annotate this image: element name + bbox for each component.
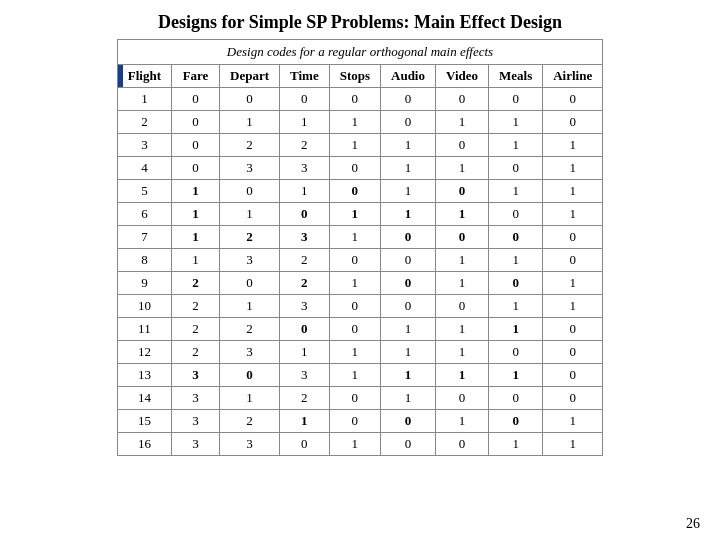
cell-value: 0	[435, 226, 488, 249]
cell-value: 1	[172, 249, 220, 272]
cell-value: 3	[220, 157, 280, 180]
cell-value: 0	[435, 88, 488, 111]
cell-value: 2	[220, 134, 280, 157]
cell-value: 0	[381, 295, 436, 318]
cell-value: 3	[172, 364, 220, 387]
cell-value: 0	[381, 88, 436, 111]
cell-value: 1	[435, 272, 488, 295]
cell-value: 0	[220, 364, 280, 387]
flight-number: 8	[117, 249, 171, 272]
column-header-video: Video	[435, 65, 488, 88]
cell-value: 0	[489, 226, 543, 249]
cell-value: 0	[381, 249, 436, 272]
cell-value: 1	[435, 410, 488, 433]
cell-value: 1	[381, 134, 436, 157]
cell-value: 3	[220, 433, 280, 456]
cell-value: 1	[329, 341, 380, 364]
table-row: 100000000	[117, 88, 602, 111]
cell-value: 0	[172, 111, 220, 134]
cell-value: 1	[172, 180, 220, 203]
column-header-depart: Depart	[220, 65, 280, 88]
cell-value: 1	[381, 157, 436, 180]
cell-value: 1	[435, 341, 488, 364]
cell-value: 0	[381, 111, 436, 134]
cell-value: 1	[381, 318, 436, 341]
table-row: 611011101	[117, 203, 602, 226]
cell-value: 0	[329, 410, 380, 433]
cell-value: 2	[172, 272, 220, 295]
cell-value: 0	[329, 318, 380, 341]
column-header-stops: Stops	[329, 65, 380, 88]
cell-value: 1	[543, 203, 603, 226]
cell-value: 1	[172, 226, 220, 249]
cell-value: 1	[381, 180, 436, 203]
page-title: Designs for Simple SP Problems: Main Eff…	[0, 0, 720, 39]
cell-value: 0	[220, 180, 280, 203]
cell-value: 3	[220, 249, 280, 272]
cell-value: 1	[329, 111, 380, 134]
cell-value: 1	[329, 272, 380, 295]
table-row: 712310000	[117, 226, 602, 249]
cell-value: 1	[489, 111, 543, 134]
cell-value: 0	[329, 88, 380, 111]
column-header-flight: Flight	[117, 65, 171, 88]
cell-value: 1	[543, 433, 603, 456]
cell-value: 2	[172, 318, 220, 341]
cell-value: 2	[280, 249, 330, 272]
flight-number: 5	[117, 180, 171, 203]
cell-value: 2	[280, 134, 330, 157]
table-row: 1633010011	[117, 433, 602, 456]
flight-number: 7	[117, 226, 171, 249]
cell-value: 3	[172, 387, 220, 410]
column-header-fare: Fare	[172, 65, 220, 88]
table-row: 1223111100	[117, 341, 602, 364]
cell-value: 0	[489, 410, 543, 433]
cell-value: 1	[381, 387, 436, 410]
cell-value: 0	[435, 387, 488, 410]
flight-number: 10	[117, 295, 171, 318]
cell-value: 0	[280, 88, 330, 111]
cell-value: 0	[435, 433, 488, 456]
flight-number: 13	[117, 364, 171, 387]
cell-value: 0	[329, 249, 380, 272]
table-row: 1021300011	[117, 295, 602, 318]
cell-value: 0	[543, 88, 603, 111]
cell-value: 2	[280, 387, 330, 410]
flight-number: 6	[117, 203, 171, 226]
cell-value: 0	[543, 111, 603, 134]
cell-value: 1	[489, 134, 543, 157]
column-header-audio: Audio	[381, 65, 436, 88]
cell-value: 1	[435, 157, 488, 180]
table-row: 813200110	[117, 249, 602, 272]
table-row: 920210101	[117, 272, 602, 295]
cell-value: 1	[280, 180, 330, 203]
cell-value: 0	[489, 272, 543, 295]
cell-value: 0	[543, 364, 603, 387]
cell-value: 0	[435, 134, 488, 157]
cell-value: 1	[280, 341, 330, 364]
subtitle: Design codes for a regular orthogonal ma…	[117, 40, 602, 65]
cell-value: 1	[172, 203, 220, 226]
cell-value: 1	[489, 295, 543, 318]
cell-value: 1	[220, 387, 280, 410]
cell-value: 0	[435, 180, 488, 203]
table-row: 1431201000	[117, 387, 602, 410]
cell-value: 0	[220, 272, 280, 295]
cell-value: 1	[489, 249, 543, 272]
flight-number: 16	[117, 433, 171, 456]
blue-accent-bar	[118, 65, 123, 87]
cell-value: 0	[280, 433, 330, 456]
cell-value: 1	[220, 203, 280, 226]
cell-value: 0	[435, 295, 488, 318]
cell-value: 3	[280, 364, 330, 387]
cell-value: 2	[220, 226, 280, 249]
cell-value: 3	[172, 433, 220, 456]
cell-value: 1	[329, 433, 380, 456]
cell-value: 0	[280, 203, 330, 226]
cell-value: 2	[220, 318, 280, 341]
column-header-airline: Airline	[543, 65, 603, 88]
page-number: 26	[686, 516, 700, 532]
cell-value: 2	[172, 295, 220, 318]
cell-value: 0	[172, 157, 220, 180]
cell-value: 0	[329, 180, 380, 203]
